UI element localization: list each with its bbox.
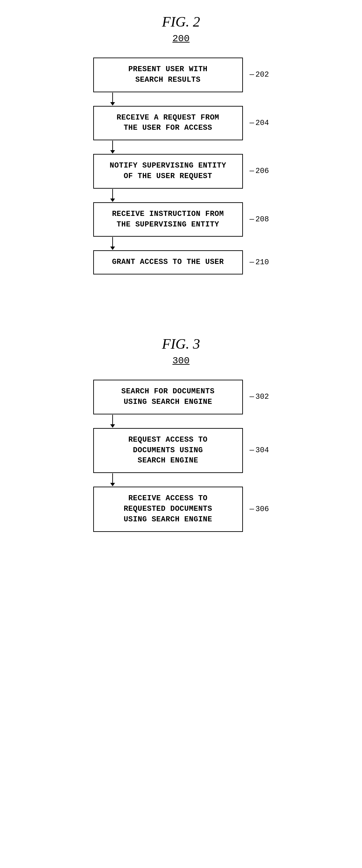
flow-label-304: —304 [250,446,269,455]
arrow-5 [93,414,115,428]
flow-text-206-line2: OF THE USER REQUEST [124,172,212,180]
flow-label-302: —302 [250,393,269,401]
flow-row-202: PRESENT USER WITH SEARCH RESULTS —202 [93,58,269,92]
flow-label-206: —206 [250,167,269,175]
arrow-4 [93,237,115,250]
fig2-section: FIG. 2 200 PRESENT USER WITH SEARCH RESU… [93,14,269,302]
flow-text-302-line2: USING SEARCH ENGINE [124,398,212,406]
fig3-number: 300 [93,356,269,366]
arrow-2 [93,140,115,154]
flow-text-206-line1: NOTIFY SUPERVISING ENTITY [110,161,226,170]
flow-text-304-line1: REQUEST ACCESS TO [128,436,208,444]
arrow-1 [93,92,115,106]
flow-text-304-line2: DOCUMENTS USING [133,446,203,455]
fig2-number: 200 [93,33,269,44]
flow-label-210: —210 [250,258,269,267]
flow-row-302: SEARCH FOR DOCUMENTS USING SEARCH ENGINE… [93,380,269,414]
flow-row-206: NOTIFY SUPERVISING ENTITY OF THE USER RE… [93,154,269,189]
flow-text-202-line2: SEARCH RESULTS [135,76,201,84]
flow-text-302-line1: SEARCH FOR DOCUMENTS [121,387,215,396]
fig2-title: FIG. 2 [93,14,269,30]
flow-text-306-line3: USING SEARCH ENGINE [124,515,212,524]
flow-row-304: REQUEST ACCESS TO DOCUMENTS USING SEARCH… [93,428,269,473]
flow-box-304: REQUEST ACCESS TO DOCUMENTS USING SEARCH… [93,428,243,473]
flow-box-208: RECEIVE INSTRUCTION FROM THE SUPERVISING… [93,202,243,237]
arrow-6 [93,473,115,487]
flow-box-206: NOTIFY SUPERVISING ENTITY OF THE USER RE… [93,154,243,189]
arrow-3 [93,189,115,202]
page-container: FIG. 2 200 PRESENT USER WITH SEARCH RESU… [62,14,300,573]
flow-label-208: —208 [250,215,269,224]
flow-label-306: —306 [250,505,269,514]
flow-row-208: RECEIVE INSTRUCTION FROM THE SUPERVISING… [93,202,269,237]
flow-box-204: RECEIVE A REQUEST FROM THE USER FOR ACCE… [93,106,243,141]
flow-text-208-line1: RECEIVE INSTRUCTION FROM [112,210,224,218]
fig2-flowchart: PRESENT USER WITH SEARCH RESULTS —202 RE… [93,58,269,274]
flow-text-210-line1: GRANT ACCESS TO THE USER [112,258,224,266]
flow-text-304-line3: SEARCH ENGINE [138,456,198,465]
fig3-flowchart: SEARCH FOR DOCUMENTS USING SEARCH ENGINE… [93,380,269,532]
flow-row-204: RECEIVE A REQUEST FROM THE USER FOR ACCE… [93,106,269,141]
flow-box-210: GRANT ACCESS TO THE USER [93,250,243,274]
flow-text-306-line1: RECEIVE ACCESS TO [128,494,208,503]
flow-text-208-line2: THE SUPERVISING ENTITY [117,220,219,229]
flow-row-306: RECEIVE ACCESS TO REQUESTED DOCUMENTS US… [93,487,269,532]
flow-box-202: PRESENT USER WITH SEARCH RESULTS [93,58,243,92]
flow-text-202-line1: PRESENT USER WITH [128,65,208,74]
fig3-section: FIG. 3 300 SEARCH FOR DOCUMENTS USING SE… [93,336,269,559]
flow-label-204: —204 [250,119,269,127]
flow-label-202: —202 [250,70,269,79]
flow-text-204-line2: THE USER FOR ACCESS [124,124,212,132]
flow-text-204-line1: RECEIVE A REQUEST FROM [117,113,219,122]
flow-row-210: GRANT ACCESS TO THE USER —210 [93,250,269,274]
fig3-title: FIG. 3 [93,336,269,352]
flow-text-306-line2: REQUESTED DOCUMENTS [124,505,212,513]
flow-box-302: SEARCH FOR DOCUMENTS USING SEARCH ENGINE [93,380,243,414]
flow-box-306: RECEIVE ACCESS TO REQUESTED DOCUMENTS US… [93,487,243,532]
